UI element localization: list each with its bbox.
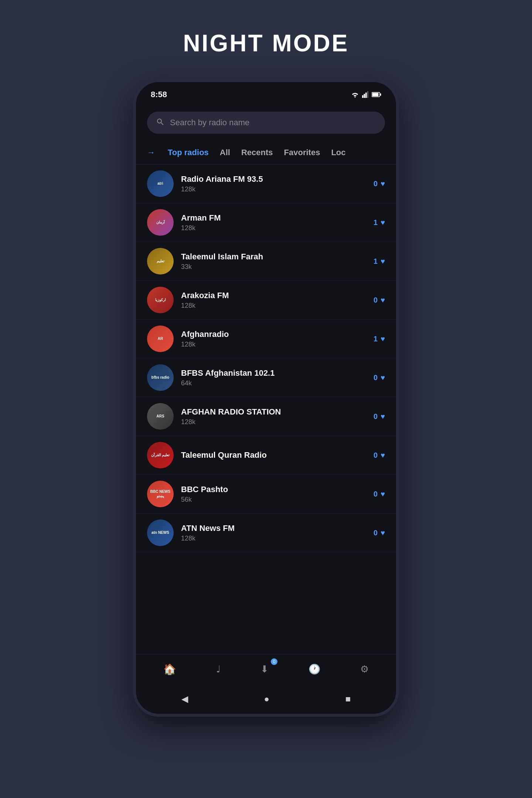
radio-logo: BBC NEWS پښتو — [147, 481, 174, 507]
radio-info: Arman FM 128k — [181, 213, 366, 232]
home-button[interactable]: ● — [264, 694, 269, 704]
radio-bitrate: 128k — [181, 341, 366, 348]
tab-all[interactable]: All — [220, 145, 230, 160]
radio-logo: ARS — [147, 403, 174, 430]
nav-download[interactable]: ⬇ 0 — [255, 661, 274, 678]
radio-likes[interactable]: 0 ♥ — [374, 296, 385, 304]
settings-icon: ⚙ — [360, 664, 369, 675]
radio-bitrate: 128k — [181, 535, 366, 542]
phone-frame: 8:58 — [133, 79, 399, 717]
radio-bitrate: 64k — [181, 379, 366, 387]
radio-likes[interactable]: 0 ♥ — [374, 490, 385, 498]
like-count: 0 — [374, 529, 378, 537]
radio-name: Afghanradio — [181, 330, 366, 339]
radio-name: AFGHAN RADIO STATION — [181, 407, 366, 417]
radio-likes[interactable]: 1 ♥ — [374, 257, 385, 266]
radio-logo: AR — [147, 325, 174, 352]
radio-likes[interactable]: 1 ♥ — [374, 218, 385, 227]
radio-info: Arakozia FM 128k — [181, 291, 366, 310]
radio-info: BBC Pashto 56k — [181, 485, 366, 504]
page-title: NIGHT MODE — [183, 30, 349, 57]
radio-info: Afghanradio 128k — [181, 330, 366, 348]
radio-info: Taleemul Islam Farah 33k — [181, 252, 366, 271]
nav-home[interactable]: 🏠 — [157, 660, 182, 678]
radio-name: BFBS Afghanistan 102.1 — [181, 368, 366, 378]
radio-item[interactable]: bfbs radio BFBS Afghanistan 102.1 64k 0 … — [136, 358, 396, 397]
radio-name: Arman FM — [181, 213, 366, 223]
download-icon: ⬇ — [260, 664, 269, 675]
radio-item[interactable]: تعلیم القرآن Taleemul Quran Radio 0 ♥ — [136, 436, 396, 475]
search-bar[interactable]: Search by radio name — [147, 112, 385, 134]
svg-rect-5 — [380, 93, 381, 96]
radio-likes[interactable]: 1 ♥ — [374, 335, 385, 343]
tab-local[interactable]: Loc — [331, 145, 345, 160]
radio-item[interactable]: ARS AFGHAN RADIO STATION 128k 0 ♥ — [136, 397, 396, 436]
recents-button[interactable]: ■ — [345, 694, 351, 704]
svg-rect-3 — [367, 91, 369, 98]
radio-item[interactable]: atn NEWS ATN News FM 128k 0 ♥ — [136, 514, 396, 552]
history-icon: 🕐 — [308, 664, 320, 675]
radio-logo: atn NEWS — [147, 519, 174, 546]
radio-logo: bfbs radio — [147, 364, 174, 391]
signal-icon — [362, 91, 369, 98]
radio-likes[interactable]: 0 ♥ — [374, 529, 385, 537]
radio-bitrate: 128k — [181, 302, 366, 310]
like-count: 0 — [374, 374, 378, 382]
heart-icon[interactable]: ♥ — [381, 412, 385, 421]
radio-item[interactable]: AR Afghanradio 128k 1 ♥ — [136, 320, 396, 358]
radio-logo: آرمان — [147, 209, 174, 236]
heart-icon[interactable]: ♥ — [381, 296, 385, 304]
status-bar: 8:58 — [136, 82, 396, 104]
like-count: 1 — [374, 218, 378, 227]
search-container: Search by radio name — [136, 104, 396, 141]
radio-bitrate: 128k — [181, 418, 366, 426]
music-icon: ♩ — [216, 664, 221, 675]
search-placeholder: Search by radio name — [170, 118, 249, 127]
svg-rect-0 — [362, 95, 364, 98]
heart-icon[interactable]: ♥ — [381, 490, 385, 498]
like-count: 0 — [374, 180, 378, 188]
like-count: 0 — [374, 296, 378, 304]
radio-logo: atri — [147, 170, 174, 197]
radio-bitrate: 128k — [181, 185, 366, 193]
heart-icon[interactable]: ♥ — [381, 218, 385, 227]
radio-name: Radio Ariana FM 93.5 — [181, 174, 366, 184]
radio-name: Taleemul Quran Radio — [181, 450, 366, 460]
svg-rect-6 — [372, 93, 379, 96]
tab-recents[interactable]: Recents — [241, 145, 273, 160]
nav-history[interactable]: 🕐 — [303, 661, 326, 678]
radio-name: ATN News FM — [181, 524, 366, 533]
tab-top-radios[interactable]: Top radios — [168, 145, 209, 160]
radio-item[interactable]: اركوزيا Arakozia FM 128k 0 ♥ — [136, 281, 396, 320]
like-count: 1 — [374, 257, 378, 266]
heart-icon[interactable]: ♥ — [381, 335, 385, 343]
battery-icon — [372, 92, 381, 98]
svg-rect-1 — [364, 94, 365, 98]
svg-rect-2 — [365, 93, 367, 98]
like-count: 0 — [374, 490, 378, 498]
radio-info: AFGHAN RADIO STATION 128k — [181, 407, 366, 426]
radio-likes[interactable]: 0 ♥ — [374, 180, 385, 188]
home-icon: 🏠 — [163, 663, 176, 675]
radio-info: ATN News FM 128k — [181, 524, 366, 542]
heart-icon[interactable]: ♥ — [381, 529, 385, 537]
radio-likes[interactable]: 0 ♥ — [374, 374, 385, 382]
status-time: 8:58 — [151, 90, 167, 99]
back-button[interactable]: ◀ — [181, 694, 188, 704]
phone-screen: Search by radio name → Top radios All Re… — [136, 104, 396, 714]
nav-music[interactable]: ♩ — [210, 661, 226, 678]
radio-item[interactable]: atri Radio Ariana FM 93.5 128k 0 ♥ — [136, 164, 396, 203]
radio-item[interactable]: BBC NEWS پښتو BBC Pashto 56k 0 ♥ — [136, 475, 396, 514]
nav-settings[interactable]: ⚙ — [354, 661, 375, 678]
radio-name: BBC Pashto — [181, 485, 366, 494]
tab-favorites[interactable]: Favorites — [284, 145, 320, 160]
radio-item[interactable]: تعلیم Taleemul Islam Farah 33k 1 ♥ — [136, 242, 396, 281]
radio-likes[interactable]: 0 ♥ — [374, 451, 385, 460]
heart-icon[interactable]: ♥ — [381, 180, 385, 188]
heart-icon[interactable]: ♥ — [381, 374, 385, 382]
heart-icon[interactable]: ♥ — [381, 257, 385, 266]
radio-bitrate: 56k — [181, 496, 366, 504]
heart-icon[interactable]: ♥ — [381, 451, 385, 460]
radio-item[interactable]: آرمان Arman FM 128k 1 ♥ — [136, 203, 396, 242]
radio-likes[interactable]: 0 ♥ — [374, 412, 385, 421]
